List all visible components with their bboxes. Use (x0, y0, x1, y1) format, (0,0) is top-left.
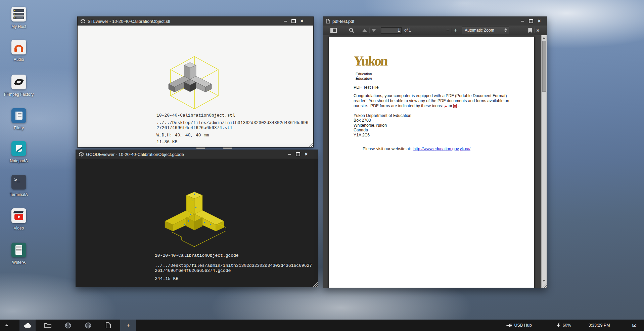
close-icon: × (538, 18, 541, 24)
folder-icon (44, 323, 51, 328)
close-icon: × (300, 18, 303, 24)
toolbar-more-button[interactable]: » (536, 27, 539, 34)
stl-model-render (163, 55, 226, 112)
usb-hub-tray-item[interactable]: USB Hub (506, 323, 532, 328)
gcode-path-line2: 26174696f6e4f626a656374.gcode (155, 268, 231, 273)
notifications-tray-item[interactable]: ✉ (632, 322, 637, 329)
video-play-icon (11, 208, 26, 223)
minus-icon: − (446, 27, 450, 34)
arrow-down-icon (371, 29, 376, 32)
logo-subtitle-fr: Éducation (356, 76, 372, 80)
gcode-path-line1: ../../Desktop/files/admin/inith31302d323… (155, 263, 312, 268)
pdf-scrollbar[interactable] (541, 35, 547, 288)
stlviewer-titlebar[interactable]: STLviewer - 10-20-40-CalibrationObject.s… (78, 17, 313, 26)
pdf-form-icon (453, 104, 457, 108)
desktop-icon-terminala[interactable]: >_ TerminalA (3, 175, 35, 197)
close-button[interactable]: × (304, 152, 309, 157)
desktop-icon-label: TerminalA (3, 192, 35, 197)
desktop-icon-writera[interactable]: WriterA (3, 243, 35, 265)
desktop-icon-label: Video (3, 226, 35, 231)
taskbar-gcodeviewer-button[interactable] (80, 320, 96, 331)
desktop-icon-video[interactable]: Video (3, 208, 35, 231)
zoom-level-dropdown[interactable]: Automatic Zoom (462, 27, 509, 34)
previous-page-button[interactable] (362, 29, 367, 32)
gcode-3d-viewport[interactable]: 10-20-40-CalibrationObject.gcode ../../D… (76, 159, 317, 286)
maximize-button[interactable] (291, 18, 296, 24)
gcodeviewer-titlebar[interactable]: GCODEviewer - 10-20-40-CalibrationObject… (76, 150, 318, 159)
website-line: Please visit our website at: http://www.… (354, 142, 470, 156)
maximize-icon (291, 19, 296, 23)
desktop-icon-notepada[interactable]: NotepadA (3, 141, 35, 163)
taskbar-new-button[interactable]: + (120, 320, 136, 331)
page-number-input[interactable] (381, 27, 402, 34)
maximize-button[interactable] (295, 152, 301, 157)
taskbar-expand-button[interactable] (0, 320, 13, 331)
pdf-document-area[interactable]: Yukon Education Éducation PDF Test File … (323, 35, 541, 288)
scrollbar-thumb[interactable] (542, 41, 546, 92)
usb-icon (506, 323, 512, 328)
stl-filename: 10-20-40-CalibrationObject.stl (156, 113, 235, 118)
pdf-toolbar: of 1 − + Automatic Zoom » (323, 26, 547, 35)
toolbar-separator (452, 28, 452, 33)
desktop-icon-label: WriterA (3, 260, 35, 265)
desktop-icon-my-host[interactable]: My Host (3, 7, 35, 29)
stl-path-line2: 2726174696f6e4f626a656374.stl (156, 125, 232, 130)
close-icon: × (305, 152, 308, 157)
paragraph-line: our site. PDF forms are indicated by the… (354, 104, 515, 109)
scroll-up-icon (543, 37, 545, 39)
notepad-pencil-icon (11, 141, 26, 156)
pdf-titlebar[interactable]: pdf-test.pdf (323, 17, 547, 26)
desktop-icon-label: FFmpeg Factory (3, 92, 35, 97)
taskbar-clock[interactable]: 3:33:29 PM (589, 323, 610, 328)
close-button[interactable]: × (537, 18, 542, 24)
zoom-in-button[interactable]: + (454, 27, 457, 33)
maximize-icon (296, 152, 300, 156)
stl-3d-viewport[interactable]: 10-20-40-CalibrationObject.stl ../../Des… (78, 26, 313, 147)
plus-icon: + (454, 27, 457, 33)
battery-tray-item[interactable]: 60% (557, 323, 571, 328)
acrobat-pdf-icon (444, 104, 448, 108)
search-button[interactable] (349, 28, 354, 33)
bookmark-icon (528, 28, 532, 33)
envelope-icon: ✉ (632, 322, 637, 329)
desktop-icon-label: Audio (3, 57, 35, 62)
desktop-icon-ffmpeg-factory[interactable]: FFmpeg Factory (3, 75, 35, 97)
app-circle-icon (65, 322, 71, 329)
caret-up-icon (5, 324, 9, 326)
minimize-icon (521, 21, 524, 22)
gcode-model-render (153, 191, 237, 254)
stlviewer-window: STLviewer - 10-20-40-CalibrationObject.s… (77, 16, 314, 148)
terminal-prompt-glyph: >_ (14, 177, 20, 183)
website-link[interactable]: http://www.education.gov.yk.ca/ (413, 147, 470, 151)
toolbar-separator (369, 28, 369, 33)
desktop-icon-audio[interactable]: Audio (3, 40, 35, 62)
bookmark-button[interactable] (528, 28, 532, 33)
taskbar-files-button[interactable] (40, 320, 56, 331)
window-title: pdf-test.pdf (332, 19, 354, 24)
terminal-prompt-icon: >_ (11, 175, 26, 190)
taskbar-cloud-button[interactable] (19, 320, 36, 331)
gcode-filename: 10-20-40-CalibrationObject.gcode (155, 253, 239, 258)
paragraph-line: Congratulations, your computer is equipp… (354, 93, 515, 98)
minimize-button[interactable] (287, 152, 292, 157)
minimize-button[interactable] (282, 18, 288, 24)
minimize-button[interactable] (520, 18, 525, 24)
desktop-icon-filary[interactable]: Filary (3, 108, 35, 130)
maximize-button[interactable] (528, 18, 534, 24)
next-page-button[interactable] (371, 29, 376, 32)
pdf-heading: PDF Test File (354, 85, 379, 90)
gcodeviewer-window: GCODEviewer - 10-20-40-CalibrationObject… (76, 150, 318, 287)
cloud-icon (24, 323, 32, 328)
sidebar-toggle-icon (330, 28, 337, 33)
address-line: Y1A 2C6 (354, 133, 411, 137)
close-button[interactable]: × (299, 18, 305, 24)
taskbar-stlviewer-button[interactable] (60, 320, 76, 331)
document-icon (106, 322, 111, 328)
zoom-out-button[interactable]: − (446, 27, 450, 34)
page-count-label: of 1 (404, 28, 411, 33)
address-line: Whitehorse,Yukon (354, 123, 411, 128)
toggle-sidebar-button[interactable] (330, 28, 337, 33)
taskbar-pdf-button[interactable] (100, 320, 116, 331)
app-circle-icon (85, 322, 91, 329)
gcode-filesize: 244.15 KB (155, 276, 178, 281)
